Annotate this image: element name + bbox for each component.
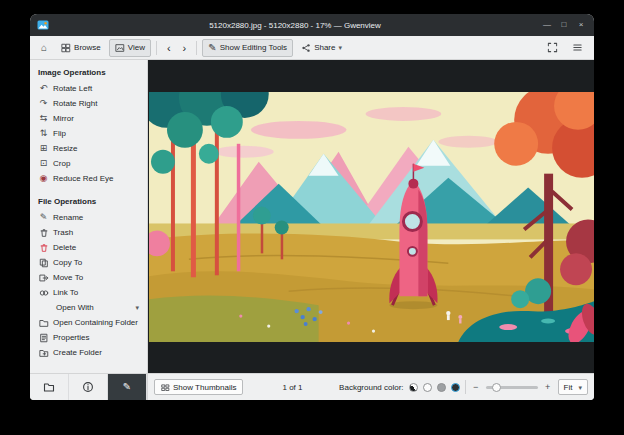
zoom-mode-combobox[interactable]: Fit ▾ [558,379,588,395]
back-button[interactable]: ‹ [162,40,176,56]
toolbar-separator [156,41,157,55]
zoom-mode-value: Fit [564,383,573,392]
sidebar-item-mirror[interactable]: ⇆ Mirror [30,111,147,126]
sidebar-page-tabs: ✎ [30,374,148,400]
minimize-button[interactable]: — [541,21,553,29]
statusbar-separator [465,380,466,394]
pencil-tab-icon: ✎ [123,382,131,392]
background-color-gray-swatch[interactable] [437,383,446,392]
item-label: Open Containing Folder [53,318,138,327]
section-gap [30,186,147,194]
sidebar-item-create-folder[interactable]: Create Folder [30,345,147,360]
sidebar-item-delete[interactable]: Delete [30,240,147,255]
sidebar-item-rotate-left[interactable]: ↶ Rotate Left [30,81,147,96]
crop-icon: ⊡ [38,159,49,168]
view-mode-button[interactable]: View [109,39,151,57]
toolbar-separator [196,41,197,55]
show-thumbnails-label: Show Thumbnails [173,383,236,392]
sidebar-item-open-with[interactable]: Open With ▾ [30,300,147,315]
item-label: Rename [53,213,83,222]
hamburger-menu-button[interactable] [566,38,589,57]
show-thumbnails-button[interactable]: Show Thumbnails [154,379,243,395]
move-icon [38,273,49,283]
back-icon: ‹ [167,42,171,54]
tab-folders[interactable] [30,374,69,400]
share-chevron-down-icon: ▾ [338,44,342,51]
zoom-out-button[interactable]: − [471,383,481,392]
browse-mode-button[interactable]: Browse [55,39,107,57]
zoom-slider-handle[interactable] [492,383,501,392]
fit-corners-icon [547,42,558,53]
thumbnails-grid-icon [161,383,170,392]
sidebar-item-crop[interactable]: ⊡ Crop [30,156,147,171]
sidebar-item-rename[interactable]: ✎ Rename [30,210,147,225]
item-label: Link To [53,288,78,297]
image-viewer[interactable] [148,60,594,373]
show-editing-tools-label: Show Editing Tools [220,43,287,52]
close-button[interactable]: × [575,21,587,29]
show-editing-tools-button[interactable]: ✎ Show Editing Tools [202,39,293,57]
main-area: Image Operations ↶ Rotate Left ↷ Rotate … [30,60,594,373]
info-tab-icon [82,381,94,393]
file-operations-header: File Operations [30,194,147,210]
zoom-slider[interactable] [486,386,538,389]
item-label: Copy To [53,258,82,267]
reduce-red-eye-icon: ◉ [38,174,49,183]
document-properties-icon [38,333,49,343]
share-label: Share [314,43,335,52]
share-button[interactable]: Share ▾ [295,39,348,57]
open-with-chevron-down-icon: ▾ [135,304,139,311]
item-label: Mirror [53,114,74,123]
status-bar: Show Thumbnails 1 of 1 Background color:… [148,374,594,400]
tab-information[interactable] [69,374,108,400]
sidebar-item-resize[interactable]: ⊞ Resize [30,141,147,156]
sidebar-item-trash[interactable]: Trash [30,225,147,240]
sidebar-item-copy-to[interactable]: Copy To [30,255,147,270]
zoom-mode-chevron-down-icon: ▾ [578,384,582,391]
zoom-in-button[interactable]: + [543,383,553,392]
item-label: Trash [53,228,73,237]
forward-button[interactable]: › [178,40,192,56]
rotate-left-icon: ↶ [38,84,49,93]
browse-label: Browse [74,43,101,52]
forward-icon: › [183,42,187,54]
gwenview-app-icon [37,19,49,31]
open-with-label: Open With [56,303,94,312]
sidebar-item-reduce-red-eye[interactable]: ◉ Reduce Red Eye [30,171,147,186]
mirror-icon: ⇆ [38,114,49,123]
image-view[interactable] [149,92,594,342]
home-button[interactable]: ⌂ [35,39,53,57]
gwenview-window: 5120x2880.jpg - 5120x2880 - 17% — Gwenvi… [30,14,594,400]
fit-view-button[interactable] [541,38,564,57]
sidebar-item-flip[interactable]: ⇅ Flip [30,126,147,141]
tab-operations[interactable]: ✎ [108,374,147,400]
item-label: Resize [53,144,77,153]
link-icon [38,288,49,298]
share-icon [301,43,311,53]
item-label: Crop [53,159,70,168]
view-label: View [128,43,145,52]
item-label: Create Folder [53,348,102,357]
hamburger-icon [572,42,583,53]
sidebar-item-link-to[interactable]: Link To [30,285,147,300]
background-color-light-swatch[interactable] [423,383,432,392]
resize-icon: ⊞ [38,144,49,153]
titlebar[interactable]: 5120x2880.jpg - 5120x2880 - 17% — Gwenvi… [30,14,594,36]
item-label: Move To [53,273,83,282]
item-label: Reduce Red Eye [53,174,113,183]
rotate-right-icon: ↷ [38,99,49,108]
item-label: Delete [53,243,76,252]
background-color-label: Background color: [339,383,403,392]
background-color-dark-swatch[interactable] [451,383,460,392]
background-color-auto-swatch[interactable] [409,383,418,392]
folder-icon [38,318,49,328]
sidebar-item-move-to[interactable]: Move To [30,270,147,285]
sidebar-item-rotate-right[interactable]: ↷ Rotate Right [30,96,147,111]
sidebar-item-properties[interactable]: Properties [30,330,147,345]
bottom-bar: ✎ Show Thumbnails 1 of 1 Background colo… [30,373,594,400]
sidebar-item-open-containing-folder[interactable]: Open Containing Folder [30,315,147,330]
delete-icon [38,243,49,253]
maximize-button[interactable]: □ [558,21,570,29]
flip-icon: ⇅ [38,129,49,138]
window-title: 5120x2880.jpg - 5120x2880 - 17% — Gwenvi… [54,21,536,30]
